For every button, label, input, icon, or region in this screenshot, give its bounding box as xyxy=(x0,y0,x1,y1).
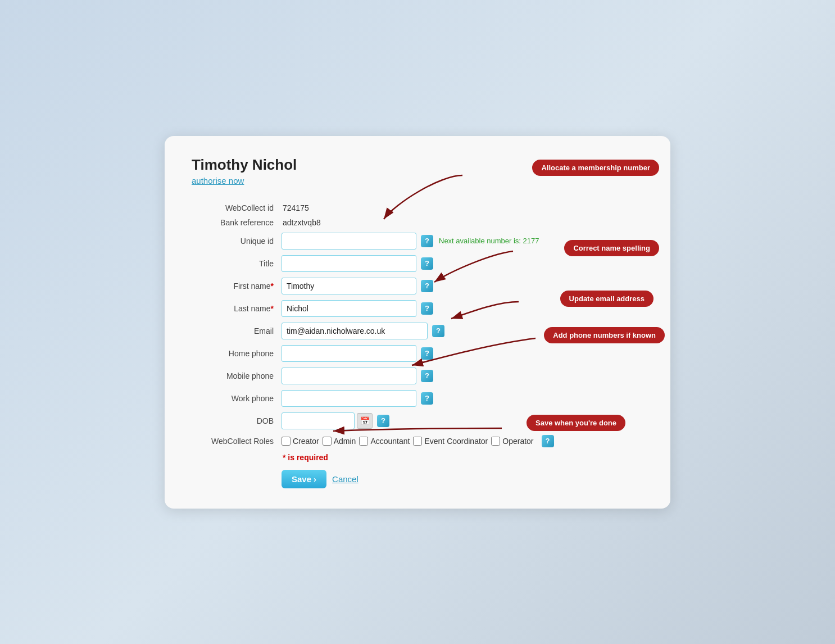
role-operator-label: Operator xyxy=(502,437,533,446)
home-phone-label: Home phone xyxy=(192,349,282,358)
dob-label: DOB xyxy=(192,416,282,425)
role-operator-checkbox[interactable] xyxy=(491,437,500,446)
required-note: * is required xyxy=(283,453,643,462)
mobile-phone-row: Mobile phone ? xyxy=(192,368,643,384)
role-event-coordinator: Event Coordinator xyxy=(413,437,488,446)
email-help-icon[interactable]: ? xyxy=(432,325,444,337)
dob-help-icon[interactable]: ? xyxy=(377,415,389,427)
unique-id-input[interactable] xyxy=(282,233,416,250)
role-creator-label: Creator xyxy=(293,437,319,446)
unique-id-label: Unique id xyxy=(192,237,282,246)
form-section: WebCollect id 724175 Bank reference adtz… xyxy=(192,203,643,447)
webcollect-id-row: WebCollect id 724175 xyxy=(192,203,643,212)
calendar-icon[interactable]: 📅 xyxy=(357,413,373,429)
webcollect-id-value: 724175 xyxy=(283,203,309,212)
title-label: Title xyxy=(192,259,282,268)
first-name-help-icon[interactable]: ? xyxy=(421,280,433,292)
action-row: Save › Cancel xyxy=(282,470,643,488)
last-name-row: Last name* ? xyxy=(192,300,643,317)
role-creator: Creator xyxy=(282,437,319,446)
work-phone-help-icon[interactable]: ? xyxy=(421,392,433,405)
home-phone-help-icon[interactable]: ? xyxy=(421,347,433,360)
role-admin-label: Admin xyxy=(334,437,356,446)
dob-row: DOB 📅 ? xyxy=(192,412,643,429)
role-creator-checkbox[interactable] xyxy=(282,437,291,446)
first-name-row: First name* ? xyxy=(192,278,643,294)
role-accountant-label: Accountant xyxy=(370,437,410,446)
mobile-phone-label: Mobile phone xyxy=(192,371,282,380)
email-label: Email xyxy=(192,326,282,335)
work-phone-row: Work phone ? xyxy=(192,390,643,407)
title-help-icon[interactable]: ? xyxy=(421,257,433,270)
main-card: Timothy Nichol authorise now WebCollect … xyxy=(165,136,670,509)
first-name-label: First name* xyxy=(192,282,282,291)
dob-input[interactable] xyxy=(282,412,355,429)
bank-reference-value: adtzxtvqb8 xyxy=(283,218,321,227)
save-chevron-icon: › xyxy=(314,474,316,484)
unique-id-help-icon[interactable]: ? xyxy=(421,235,433,247)
authorise-link[interactable]: authorise now xyxy=(192,176,244,185)
mobile-phone-help-icon[interactable]: ? xyxy=(421,370,433,382)
page-title: Timothy Nichol xyxy=(192,156,643,174)
unique-id-row: Unique id ? Next available number is: 21… xyxy=(192,233,643,250)
role-accountant: Accountant xyxy=(359,437,410,446)
last-name-input[interactable] xyxy=(282,300,416,317)
bank-reference-label: Bank reference xyxy=(192,218,282,227)
title-row: Title ? xyxy=(192,255,643,272)
webcollect-id-label: WebCollect id xyxy=(192,203,282,212)
work-phone-label: Work phone xyxy=(192,394,282,403)
title-input[interactable] xyxy=(282,255,416,272)
role-admin: Admin xyxy=(323,437,356,446)
webcollect-roles-label: WebCollect Roles xyxy=(192,437,282,446)
email-row: Email ? xyxy=(192,323,643,339)
email-input[interactable] xyxy=(282,323,428,339)
first-name-input[interactable] xyxy=(282,278,416,294)
last-name-required-star: * xyxy=(271,304,274,313)
role-event-coordinator-checkbox[interactable] xyxy=(413,437,422,446)
roles-section: Creator Admin Accountant Event Coordinat… xyxy=(282,435,554,447)
bank-reference-row: Bank reference adtzxtvqb8 xyxy=(192,218,643,227)
cancel-button[interactable]: Cancel xyxy=(332,474,358,484)
home-phone-row: Home phone ? xyxy=(192,345,643,362)
work-phone-input[interactable] xyxy=(282,390,416,407)
roles-help-icon[interactable]: ? xyxy=(542,435,554,447)
role-event-coordinator-label: Event Coordinator xyxy=(424,437,488,446)
webcollect-roles-row: WebCollect Roles Creator Admin Accountan… xyxy=(192,435,643,447)
last-name-help-icon[interactable]: ? xyxy=(421,302,433,315)
mobile-phone-input[interactable] xyxy=(282,368,416,384)
save-button[interactable]: Save › xyxy=(282,470,326,488)
home-phone-input[interactable] xyxy=(282,345,416,362)
next-available-text: Next available number is: 2177 xyxy=(439,237,539,245)
save-label: Save xyxy=(292,474,311,484)
role-accountant-checkbox[interactable] xyxy=(359,437,368,446)
first-name-required-star: * xyxy=(271,282,274,291)
role-operator: Operator xyxy=(491,437,533,446)
last-name-label: Last name* xyxy=(192,304,282,313)
role-admin-checkbox[interactable] xyxy=(323,437,332,446)
